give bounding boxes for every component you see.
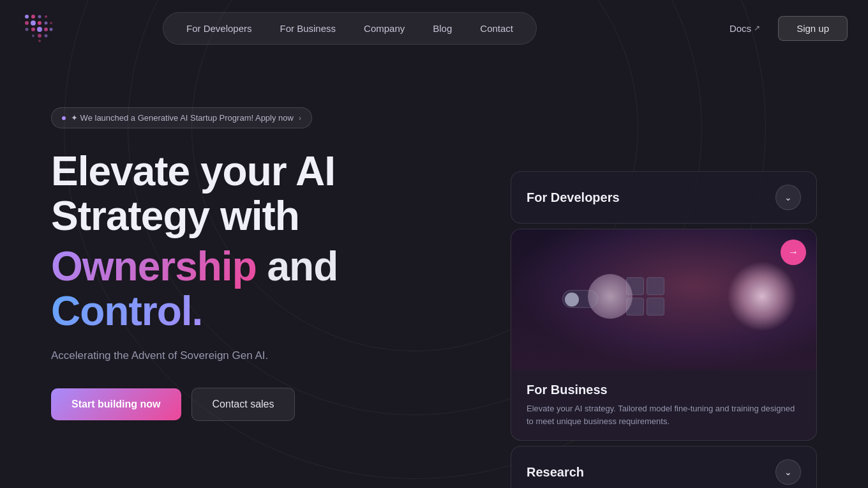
main-content: ✦ We launched a Generative AI Startup Pr… <box>0 56 868 488</box>
announcement-text: ✦ We launched a Generative AI Startup Pr… <box>71 113 294 123</box>
docs-label: Docs <box>730 23 751 34</box>
nav-link-blog[interactable]: Blog <box>420 18 465 39</box>
svg-point-14 <box>32 34 34 37</box>
svg-point-10 <box>31 27 35 31</box>
orb-left-decoration <box>588 274 632 319</box>
svg-point-2 <box>38 15 41 19</box>
hero-subheading: Accelerating the Advent of Sovereign Gen… <box>51 349 485 362</box>
hero-section: ✦ We launched a Generative AI Startup Pr… <box>51 82 485 421</box>
chevron-down-icon: ⌄ <box>775 459 801 485</box>
svg-point-6 <box>38 21 41 25</box>
hero-control-text: Control. <box>51 288 202 334</box>
announce-dot-icon <box>62 116 66 120</box>
svg-point-7 <box>45 22 48 25</box>
card-business-title: For Business <box>527 383 801 397</box>
svg-point-4 <box>25 21 29 25</box>
card-research[interactable]: Research ⌄ <box>511 446 817 488</box>
right-panel: For Developers ⌄ → <box>511 82 817 488</box>
hero-and-text: and <box>267 243 338 289</box>
svg-point-9 <box>26 28 29 31</box>
svg-point-15 <box>38 34 41 38</box>
card-business-content: For Business Elevate your AI strategy. T… <box>511 370 816 440</box>
orb-right-decoration <box>727 261 797 332</box>
svg-point-11 <box>37 27 42 32</box>
card-business-description: Elevate your AI strategy. Tailored model… <box>527 402 801 427</box>
svg-point-1 <box>31 15 35 19</box>
grid-cell <box>647 277 664 295</box>
start-building-button[interactable]: Start building now <box>51 388 181 420</box>
svg-point-0 <box>25 15 29 19</box>
svg-point-3 <box>45 15 47 18</box>
svg-point-13 <box>50 28 53 31</box>
cta-buttons: Start building now Contact sales <box>51 388 485 421</box>
card-developers-title: For Developers <box>527 190 620 205</box>
switch-knob <box>565 293 579 307</box>
signup-button[interactable]: Sign up <box>778 16 848 41</box>
chevron-down-icon: ⌄ <box>775 185 801 210</box>
svg-point-16 <box>45 34 48 38</box>
card-business: → For Business <box>511 229 817 441</box>
nav-link-developers[interactable]: For Developers <box>174 18 265 39</box>
nav-menu: For Developers For Business Company Blog… <box>163 12 537 45</box>
nav-link-contact[interactable]: Contact <box>467 18 526 39</box>
hero-headline-line1: Elevate your AI Strategy with <box>51 149 485 239</box>
external-link-icon: ↗ <box>754 24 760 33</box>
hero-ownership-text: Ownership <box>51 243 257 289</box>
grid-cell <box>647 298 664 316</box>
card-business-visual: → <box>511 229 816 370</box>
docs-link[interactable]: Docs ↗ <box>719 18 770 39</box>
hero-headline-line2: Ownership and Control. <box>51 244 485 334</box>
svg-point-17 <box>38 40 41 42</box>
contact-sales-button[interactable]: Contact sales <box>191 388 296 421</box>
nav-right: Docs ↗ Sign up <box>719 16 848 41</box>
nav-link-company[interactable]: Company <box>351 18 417 39</box>
svg-point-5 <box>31 20 36 26</box>
navigation: For Developers For Business Company Blog… <box>0 0 868 56</box>
card-developers[interactable]: For Developers ⌄ <box>511 171 817 224</box>
nav-link-business[interactable]: For Business <box>267 18 349 39</box>
card-arrow-button[interactable]: → <box>781 240 806 265</box>
announce-arrow-icon: › <box>299 114 301 123</box>
logo[interactable] <box>20 10 56 46</box>
card-research-title: Research <box>527 465 584 480</box>
svg-point-8 <box>50 22 52 24</box>
svg-point-12 <box>44 27 48 31</box>
announcement-badge[interactable]: ✦ We launched a Generative AI Startup Pr… <box>51 107 312 128</box>
